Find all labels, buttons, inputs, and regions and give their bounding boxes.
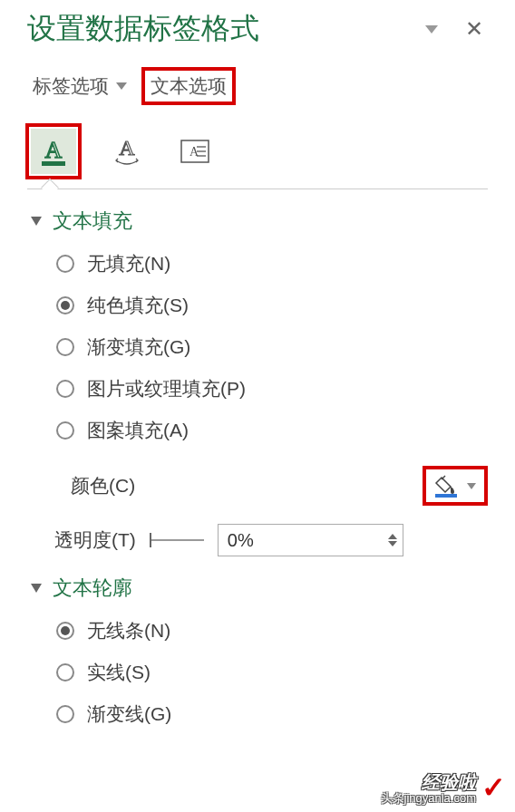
tab-text-options-text: 文本选项 bbox=[151, 73, 227, 99]
chevron-down-icon bbox=[467, 483, 476, 489]
text-fill-icon: A bbox=[38, 136, 69, 167]
text-effects-icon: A bbox=[111, 135, 143, 168]
section-text-outline-header[interactable]: 文本轮廓 bbox=[27, 575, 488, 602]
radio-solid-line[interactable]: 实线(S) bbox=[56, 660, 488, 685]
section-text-outline-title: 文本轮廓 bbox=[53, 575, 132, 602]
chevron-down-icon bbox=[116, 82, 127, 90]
transparency-value: 0% bbox=[228, 530, 254, 551]
watermark-title: 经验啦 bbox=[381, 772, 477, 792]
radio-picture-fill-label: 图片或纹理填充(P) bbox=[87, 376, 246, 401]
checkmark-icon: ✓ bbox=[481, 770, 506, 805]
color-picker-button[interactable] bbox=[430, 471, 481, 500]
tab-label-options[interactable]: 标签选项 bbox=[27, 71, 132, 102]
paint-bucket-icon bbox=[434, 474, 460, 498]
panel-menu-dropdown[interactable] bbox=[425, 25, 438, 34]
section-text-fill-header[interactable]: 文本填充 bbox=[27, 208, 488, 235]
textbox-tab[interactable]: A bbox=[172, 129, 218, 174]
radio-icon bbox=[56, 380, 74, 398]
section-text-fill-title: 文本填充 bbox=[53, 208, 132, 235]
transparency-slider[interactable] bbox=[150, 539, 204, 541]
radio-gradient-line-label: 渐变线(G) bbox=[87, 701, 171, 727]
radio-icon bbox=[56, 622, 74, 640]
radio-no-line[interactable]: 无线条(N) bbox=[56, 618, 488, 643]
spinner-down-icon[interactable] bbox=[388, 541, 397, 546]
radio-no-fill-label: 无填充(N) bbox=[87, 251, 170, 276]
radio-solid-fill[interactable]: 纯色填充(S) bbox=[56, 293, 488, 318]
radio-icon bbox=[56, 338, 74, 356]
radio-icon bbox=[56, 296, 74, 314]
svg-text:A: A bbox=[45, 137, 63, 163]
svg-rect-9 bbox=[435, 494, 457, 498]
svg-rect-1 bbox=[42, 161, 65, 166]
radio-icon bbox=[56, 705, 74, 723]
radio-no-fill[interactable]: 无填充(N) bbox=[56, 251, 488, 276]
radio-icon bbox=[56, 421, 74, 440]
spinner-up-icon[interactable] bbox=[388, 534, 397, 539]
radio-picture-fill[interactable]: 图片或纹理填充(P) bbox=[56, 376, 488, 401]
radio-icon bbox=[56, 663, 74, 682]
radio-gradient-line[interactable]: 渐变线(G) bbox=[56, 701, 488, 727]
text-effects-tab[interactable]: A bbox=[104, 129, 150, 174]
radio-solid-fill-label: 纯色填充(S) bbox=[87, 293, 189, 318]
collapse-arrow-icon bbox=[31, 584, 42, 593]
close-icon[interactable]: ✕ bbox=[465, 16, 483, 42]
tab-label-options-text: 标签选项 bbox=[33, 73, 109, 99]
watermark: 经验啦 头条jingyanla.com ✓ bbox=[381, 770, 507, 805]
radio-pattern-fill-label: 图案填充(A) bbox=[87, 418, 189, 443]
radio-gradient-fill-label: 渐变填充(G) bbox=[87, 334, 190, 360]
text-fill-outline-tab[interactable]: A bbox=[31, 129, 76, 174]
svg-text:A: A bbox=[119, 136, 135, 160]
textbox-icon: A bbox=[179, 137, 211, 166]
collapse-arrow-icon bbox=[31, 217, 42, 226]
color-label: 颜色(C) bbox=[71, 473, 135, 498]
transparency-label: 透明度(T) bbox=[54, 527, 136, 553]
radio-pattern-fill[interactable]: 图案填充(A) bbox=[56, 418, 488, 443]
transparency-spinner[interactable]: 0% bbox=[218, 524, 403, 556]
radio-no-line-label: 无线条(N) bbox=[87, 618, 170, 643]
radio-gradient-fill[interactable]: 渐变填充(G) bbox=[56, 334, 488, 360]
radio-solid-line-label: 实线(S) bbox=[87, 660, 151, 685]
tab-text-options[interactable]: 文本选项 bbox=[141, 67, 236, 105]
panel-title: 设置数据标签格式 bbox=[27, 9, 259, 49]
watermark-url: 头条jingyanla.com bbox=[381, 792, 477, 805]
radio-icon bbox=[56, 255, 74, 273]
